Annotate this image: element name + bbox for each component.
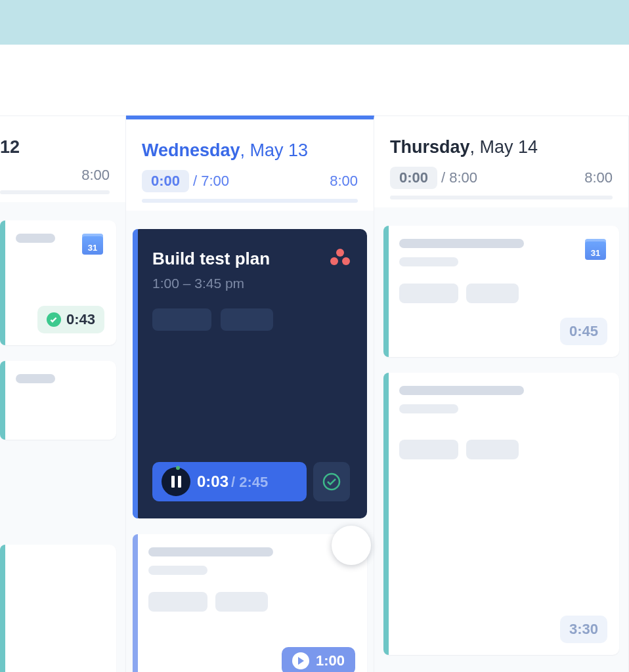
task-card[interactable]: 31 0:45 (383, 226, 619, 357)
tag-placeholder (221, 308, 273, 331)
day-column-tue: 12 8:00 31 0:43 (0, 116, 126, 672)
calendar-icon: 31 (82, 234, 103, 255)
planned-hours: 7:00 (201, 173, 229, 190)
placeholder-line (399, 386, 524, 395)
progress-track (0, 190, 110, 194)
placeholder-block (215, 592, 268, 612)
day-header: Thursday, May 14 0:00 / 8:00 8:00 (374, 116, 628, 207)
task-duration-pill: 3:30 (560, 616, 607, 643)
placeholder-block (466, 284, 519, 303)
placeholder-line (399, 239, 524, 248)
hours-row: 8:00 (0, 167, 110, 184)
placeholder-line (399, 257, 458, 266)
complete-button[interactable] (313, 462, 350, 501)
tag-placeholder (152, 308, 211, 331)
task-duration-pill: 0:45 (560, 318, 607, 345)
capacity-label: 8:00 (81, 167, 110, 184)
pause-icon (171, 476, 181, 488)
check-icon (47, 312, 61, 327)
play-icon (292, 652, 309, 669)
day-title: Wednesday, May 13 (142, 140, 358, 161)
start-timer-pill[interactable]: 1:00 (282, 647, 355, 672)
day-column-thu: Thursday, May 14 0:00 / 8:00 8:00 (374, 116, 629, 672)
calendar-columns: 12 8:00 31 0:43 (0, 116, 629, 672)
asana-icon (330, 249, 350, 267)
hours-row: 0:00 / 8:00 8:00 (390, 167, 613, 189)
placeholder-block (399, 440, 458, 459)
capacity-label: 8:00 (330, 173, 358, 190)
hours-row: 0:00 / 7:00 8:00 (142, 170, 358, 192)
placeholder-block (399, 284, 458, 303)
placeholder-line (16, 374, 55, 383)
capacity-label: 8:00 (584, 169, 613, 186)
spacer (0, 45, 629, 116)
placeholder-line (148, 566, 207, 575)
day-title: Thursday, May 14 (390, 137, 613, 158)
calendar-icon: 31 (585, 239, 606, 260)
elapsed-pill[interactable]: 0:00 (142, 170, 189, 192)
cards-area: 31 0:43 3:17 (0, 202, 125, 672)
placeholder-block (148, 592, 207, 612)
task-card[interactable]: 3:30 (383, 373, 619, 655)
task-title: Build test plan (152, 249, 350, 269)
pause-button[interactable] (162, 467, 190, 496)
task-card[interactable]: 3:17 (0, 545, 116, 672)
day-header: Wednesday, May 13 0:00 / 7:00 8:00 (126, 119, 374, 211)
day-number: 12 (0, 137, 110, 158)
task-timerange: 1:00 – 3:45 pm (152, 276, 350, 291)
planned-hours: 8:00 (449, 169, 477, 186)
timer-bar: 0:03 / 2:45 (152, 462, 350, 501)
timer-main[interactable]: 0:03 / 2:45 (152, 462, 307, 501)
elapsed-pill[interactable]: 0:00 (390, 167, 437, 189)
timer-text: 0:03 / 2:45 (197, 472, 268, 491)
cards-area: Build test plan 1:00 – 3:45 pm 0:03 / 2:… (126, 211, 374, 672)
progress-track (142, 199, 358, 203)
placeholder-line (399, 404, 458, 413)
progress-track (390, 196, 613, 200)
cards-area: 31 0:45 3:30 (374, 207, 628, 672)
day-header: 12 8:00 (0, 116, 125, 202)
active-task-card[interactable]: Build test plan 1:00 – 3:45 pm 0:03 / 2:… (133, 229, 367, 518)
task-card[interactable] (0, 361, 116, 440)
placeholder-line (16, 234, 55, 243)
placeholder-line (148, 547, 273, 556)
day-column-wed: Wednesday, May 13 0:00 / 7:00 8:00 Build… (126, 116, 374, 672)
drag-handle[interactable] (332, 526, 371, 565)
task-duration-pill: 0:43 (37, 306, 104, 333)
top-banner (0, 0, 629, 45)
task-card[interactable]: 31 0:43 (0, 220, 116, 345)
svg-point-0 (324, 474, 339, 490)
tag-row (152, 308, 350, 331)
task-card[interactable]: 1:00 (133, 534, 367, 672)
placeholder-block (466, 440, 519, 459)
